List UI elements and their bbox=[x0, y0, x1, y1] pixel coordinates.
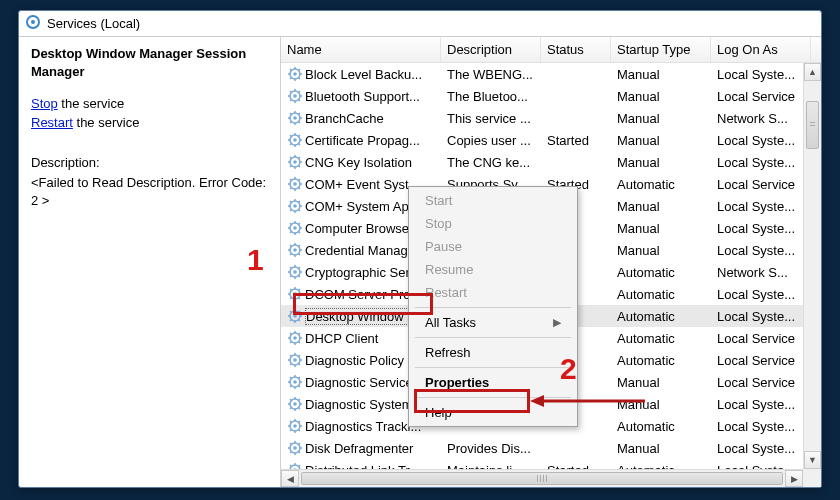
service-description: Copies user ... bbox=[441, 133, 541, 148]
service-logon: Network S... bbox=[711, 265, 811, 280]
service-name: CNG Key Isolation bbox=[305, 155, 412, 170]
svg-line-81 bbox=[299, 223, 301, 225]
service-logon: Local Syste... bbox=[711, 243, 811, 258]
col-description[interactable]: Description bbox=[441, 37, 541, 62]
service-logon: Local Syste... bbox=[711, 133, 811, 148]
col-startup-type[interactable]: Startup Type bbox=[611, 37, 711, 62]
svg-line-169 bbox=[299, 430, 301, 432]
scroll-right-arrow[interactable]: ▶ bbox=[785, 470, 803, 487]
service-startup-type: Automatic bbox=[611, 287, 711, 302]
svg-line-150 bbox=[290, 386, 292, 388]
svg-line-109 bbox=[299, 298, 301, 300]
horizontal-scroll-thumb[interactable] bbox=[301, 472, 783, 485]
service-logon: Local Syste... bbox=[711, 199, 811, 214]
service-startup-type: Automatic bbox=[611, 177, 711, 192]
service-name: Diagnostic Service... bbox=[305, 375, 424, 390]
menu-resume[interactable]: Resume bbox=[411, 258, 575, 281]
svg-line-40 bbox=[290, 144, 292, 146]
service-startup-type: Manual bbox=[611, 133, 711, 148]
svg-line-89 bbox=[299, 254, 301, 256]
menu-pause[interactable]: Pause bbox=[411, 235, 575, 258]
menu-help[interactable]: Help bbox=[411, 401, 575, 424]
service-row[interactable]: CNG Key IsolationThe CNG ke...ManualLoca… bbox=[281, 151, 821, 173]
service-logon: Local Service bbox=[711, 353, 811, 368]
col-log-on-as[interactable]: Log On As bbox=[711, 37, 811, 62]
service-startup-type: Manual bbox=[611, 397, 711, 412]
service-startup-type: Manual bbox=[611, 441, 711, 456]
svg-point-1 bbox=[31, 20, 35, 24]
service-startup-type: Manual bbox=[611, 375, 711, 390]
svg-line-48 bbox=[290, 157, 292, 159]
stop-link[interactable]: Stop bbox=[31, 96, 58, 111]
service-logon: Local Syste... bbox=[711, 397, 811, 412]
service-description: This service ... bbox=[441, 111, 541, 126]
svg-line-31 bbox=[299, 113, 301, 115]
svg-line-30 bbox=[290, 122, 292, 124]
svg-line-180 bbox=[290, 452, 292, 454]
service-gear-icon bbox=[287, 110, 303, 126]
svg-line-171 bbox=[299, 421, 301, 423]
submenu-arrow-icon: ▶ bbox=[553, 316, 561, 329]
service-name: COM+ System Ap... bbox=[305, 199, 420, 214]
svg-point-43 bbox=[293, 160, 297, 164]
service-startup-type: Manual bbox=[611, 67, 711, 82]
svg-point-153 bbox=[293, 402, 297, 406]
service-logon: Network S... bbox=[711, 111, 811, 126]
svg-line-140 bbox=[290, 364, 292, 366]
service-gear-icon bbox=[287, 418, 303, 434]
svg-line-18 bbox=[290, 91, 292, 93]
service-logon: Local Service bbox=[711, 375, 811, 390]
vertical-scroll-thumb[interactable] bbox=[806, 101, 819, 149]
svg-line-21 bbox=[299, 91, 301, 93]
menu-start[interactable]: Start bbox=[411, 189, 575, 212]
service-row[interactable]: Certificate Propag...Copies user ...Star… bbox=[281, 129, 821, 151]
service-name: Desktop Window ... bbox=[305, 308, 419, 325]
menu-separator bbox=[415, 397, 571, 398]
svg-line-158 bbox=[290, 399, 292, 401]
context-menu: Start Stop Pause Resume Restart All Task… bbox=[408, 186, 578, 427]
service-gear-icon bbox=[287, 88, 303, 104]
col-status[interactable]: Status bbox=[541, 37, 611, 62]
service-gear-icon bbox=[287, 132, 303, 148]
service-gear-icon bbox=[287, 264, 303, 280]
service-row[interactable]: BranchCacheThis service ...ManualNetwork… bbox=[281, 107, 821, 129]
service-logon: Local Service bbox=[711, 89, 811, 104]
svg-line-119 bbox=[299, 320, 301, 322]
service-gear-icon bbox=[287, 242, 303, 258]
vertical-scrollbar[interactable]: ▲ ▼ bbox=[803, 63, 821, 469]
svg-line-100 bbox=[290, 276, 292, 278]
col-name[interactable]: Name bbox=[281, 37, 441, 62]
menu-all-tasks[interactable]: All Tasks▶ bbox=[411, 311, 575, 334]
menu-restart[interactable]: Restart bbox=[411, 281, 575, 304]
svg-line-128 bbox=[290, 333, 292, 335]
svg-line-141 bbox=[299, 355, 301, 357]
svg-line-108 bbox=[290, 289, 292, 291]
scroll-up-arrow[interactable]: ▲ bbox=[804, 63, 821, 81]
svg-line-78 bbox=[290, 223, 292, 225]
menu-stop[interactable]: Stop bbox=[411, 212, 575, 235]
menu-refresh[interactable]: Refresh bbox=[411, 341, 575, 364]
svg-point-103 bbox=[293, 292, 297, 296]
service-logon: Local Syste... bbox=[711, 67, 811, 82]
svg-point-163 bbox=[293, 424, 297, 428]
services-header-icon bbox=[25, 14, 41, 33]
service-row[interactable]: Disk DefragmenterProvides Dis...ManualLo… bbox=[281, 437, 821, 459]
restart-link[interactable]: Restart bbox=[31, 115, 73, 130]
service-startup-type: Automatic bbox=[611, 331, 711, 346]
service-name: DCOM Server Pro... bbox=[305, 287, 421, 302]
scroll-down-arrow[interactable]: ▼ bbox=[804, 451, 821, 469]
service-row[interactable]: Block Level Backu...The WBENG...ManualLo… bbox=[281, 63, 821, 85]
horizontal-scrollbar[interactable]: ◀ ▶ bbox=[281, 469, 803, 487]
service-name: Certificate Propag... bbox=[305, 133, 420, 148]
description-text: <Failed to Read Description. Error Code:… bbox=[31, 174, 268, 210]
service-gear-icon bbox=[287, 374, 303, 390]
service-startup-type: Manual bbox=[611, 199, 711, 214]
svg-line-61 bbox=[299, 179, 301, 181]
service-row[interactable]: Bluetooth Support...The Bluetoo...Manual… bbox=[281, 85, 821, 107]
svg-point-143 bbox=[293, 380, 297, 384]
scroll-left-arrow[interactable]: ◀ bbox=[281, 470, 299, 487]
menu-properties[interactable]: Properties bbox=[411, 371, 575, 394]
svg-point-13 bbox=[293, 94, 297, 98]
svg-line-151 bbox=[299, 377, 301, 379]
svg-line-110 bbox=[290, 298, 292, 300]
